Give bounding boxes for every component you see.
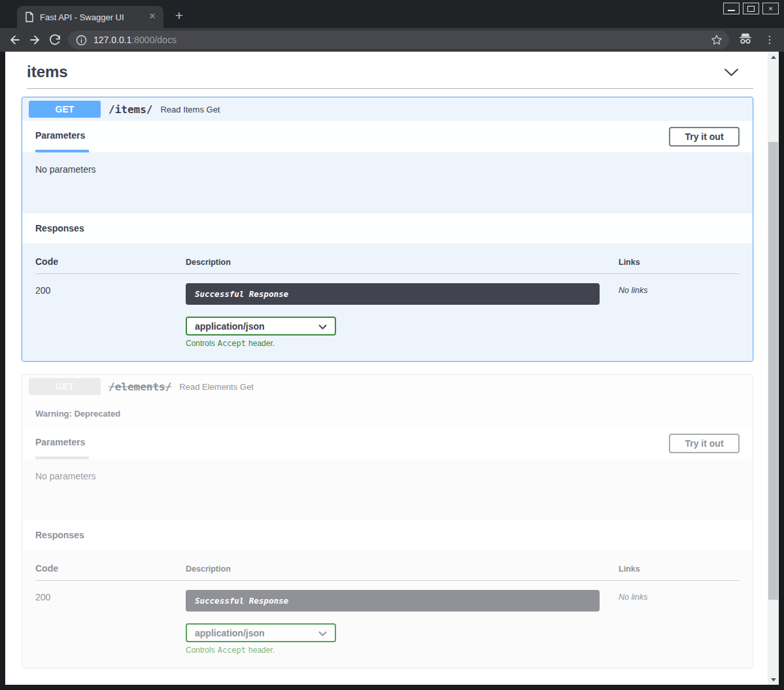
tab-parameters[interactable]: Parameters <box>35 428 85 459</box>
responses-table-head: Code Description Links <box>35 254 740 267</box>
select-chevron-icon <box>318 627 327 639</box>
col-header-code: Code <box>35 254 186 267</box>
bookmark-star-icon[interactable] <box>711 34 723 46</box>
close-button[interactable]: × <box>762 3 779 14</box>
col-header-description: Description <box>186 561 619 574</box>
operation-get-items: GET /items/ Read Items Get Parameters Tr… <box>22 97 753 362</box>
active-tab-underline <box>35 150 89 152</box>
operation-summary-text: Read Elements Get <box>179 382 253 392</box>
reload-icon[interactable] <box>44 31 64 49</box>
deprecated-warning: Warning: Deprecated <box>22 398 753 428</box>
try-it-out-button[interactable]: Try it out <box>669 127 740 147</box>
select-chevron-icon <box>318 320 327 332</box>
browser-toolbar: 127.0.0.1:8000/docs ⋮ <box>0 28 784 52</box>
response-description: Successful Response <box>186 283 600 305</box>
col-header-code: Code <box>35 561 186 574</box>
incognito-icon[interactable] <box>738 33 753 47</box>
no-parameters-text: No parameters <box>22 152 753 213</box>
chevron-down-icon[interactable] <box>724 68 739 77</box>
operation-summary[interactable]: GET /items/ Read Items Get <box>22 97 753 121</box>
scrollbar[interactable] <box>768 52 779 685</box>
tab-strip: Fast API - Swagger UI × + × <box>0 0 784 28</box>
responses-title: Responses <box>35 223 84 233</box>
tag-title[interactable]: items <box>27 63 68 81</box>
responses-table: Code Description Links 200 Successful Re… <box>22 550 753 668</box>
response-code: 200 <box>35 283 186 296</box>
url-host: 127.0.0.1 <box>94 35 131 45</box>
minimize-button[interactable] <box>723 3 740 14</box>
no-parameters-text: No parameters <box>22 459 753 520</box>
try-it-out-button[interactable]: Try it out <box>669 434 740 453</box>
response-links: No links <box>619 590 740 602</box>
site-info-icon[interactable] <box>76 35 87 46</box>
response-row: 200 Successful Response application/json <box>35 274 740 348</box>
response-links: No links <box>619 283 740 295</box>
browser-tab[interactable]: Fast API - Swagger UI × <box>17 6 163 28</box>
tab-parameters[interactable]: Parameters <box>35 121 85 152</box>
response-row: 200 Successful Response application/json <box>35 581 740 655</box>
media-type-select[interactable]: application/json <box>186 317 336 336</box>
operation-get-elements-deprecated: GET /elements/ Read Elements Get Warning… <box>22 374 753 668</box>
back-icon[interactable] <box>5 31 25 49</box>
parameters-header: Parameters Try it out <box>22 121 753 152</box>
tab-title: Fast API - Swagger UI <box>40 12 146 22</box>
document-icon <box>25 12 34 22</box>
tag-section-header[interactable]: items <box>22 58 753 83</box>
url-text[interactable]: 127.0.0.1:8000/docs <box>94 35 706 45</box>
responses-title: Responses <box>35 530 84 540</box>
tab-close-icon[interactable]: × <box>146 11 158 23</box>
col-header-links: Links <box>619 254 740 267</box>
operation-path: /items/ <box>109 103 152 116</box>
response-code: 200 <box>35 590 186 602</box>
accept-header-hint: ControlsAcceptheader. <box>186 339 619 348</box>
response-description: Successful Response <box>186 590 600 612</box>
parameters-header: Parameters Try it out <box>22 428 753 459</box>
media-type-select[interactable]: application/json <box>186 623 336 642</box>
http-method-badge: GET <box>29 378 101 395</box>
response-description-cell: Successful Response application/json Con… <box>186 590 619 655</box>
toolbar-right-icons: ⋮ <box>738 33 777 47</box>
swagger-content: items GET /items/ Read Items Get Para <box>5 52 768 668</box>
new-tab-button[interactable]: + <box>171 9 187 24</box>
operation-summary-text: Read Items Get <box>160 105 220 114</box>
swagger-page: items GET /items/ Read Items Get Para <box>5 52 779 685</box>
scroll-down-icon[interactable] <box>768 675 779 684</box>
menu-kebab-icon[interactable]: ⋮ <box>762 35 777 44</box>
forward-icon[interactable] <box>25 31 44 49</box>
address-bar[interactable]: 127.0.0.1:8000/docs <box>68 31 729 49</box>
maximize-button[interactable] <box>743 3 759 14</box>
responses-table: Code Description Links 200 Successful Re… <box>22 243 753 361</box>
browser-window: Fast API - Swagger UI × + × <box>0 0 784 690</box>
accept-header-hint: ControlsAcceptheader. <box>186 646 619 655</box>
url-path: :8000/docs <box>131 35 177 45</box>
operation-summary[interactable]: GET /elements/ Read Elements Get <box>22 375 753 398</box>
operation-path: /elements/ <box>109 381 171 393</box>
scrollbar-thumb[interactable] <box>768 142 778 600</box>
scroll-up-icon[interactable] <box>768 52 779 61</box>
col-header-links: Links <box>619 561 740 574</box>
response-description-cell: Successful Response application/json Con… <box>186 283 619 348</box>
responses-header: Responses <box>22 520 753 550</box>
section-divider <box>27 88 753 89</box>
window-controls: × <box>723 3 779 14</box>
col-header-description: Description <box>186 254 619 267</box>
responses-header: Responses <box>22 213 753 243</box>
http-method-badge: GET <box>29 101 101 118</box>
active-tab-underline <box>35 457 89 459</box>
responses-table-head: Code Description Links <box>35 561 740 574</box>
